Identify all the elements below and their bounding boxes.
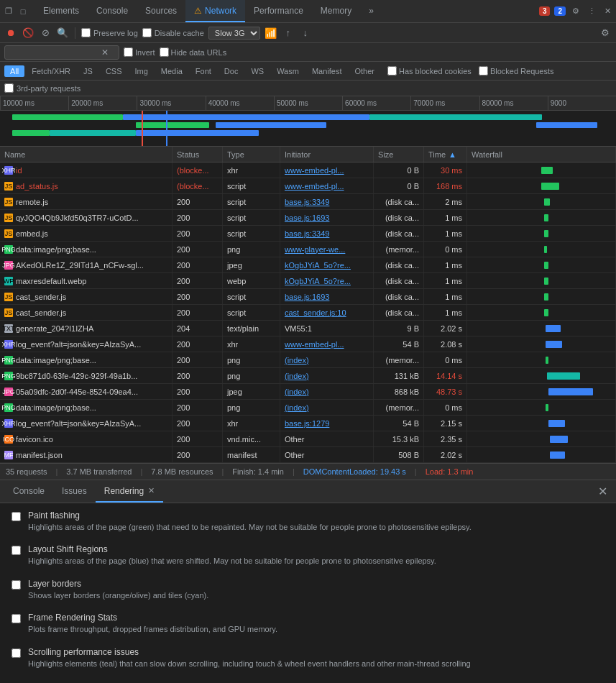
invert-label[interactable]: Invert — [124, 47, 155, 57]
th-status[interactable]: Status — [173, 147, 223, 162]
table-row[interactable]: PNG data:image/png;base... 200 png (inde… — [0, 352, 616, 368]
layout-shift-regions-checkbox[interactable] — [12, 546, 21, 555]
table-row[interactable]: JS qyJQO4Qb9Jkfd50q3TR7-uCotD... 200 scr… — [0, 210, 616, 226]
preserve-log-checkbox[interactable] — [81, 28, 91, 37]
table-row[interactable]: WP maxresdefault.webp 200 webp kOgbJYiA_… — [0, 273, 616, 289]
type-tab-fetch[interactable]: Fetch/XHR — [26, 65, 76, 77]
type-tab-doc[interactable]: Doc — [219, 65, 244, 77]
hide-data-label[interactable]: Hide data URLs — [160, 47, 227, 57]
table-row[interactable]: XHR log_event?alt=json&key=AIzaSyA... 20… — [0, 416, 616, 431]
invert-checkbox[interactable] — [124, 47, 133, 57]
type-tab-css[interactable]: CSS — [100, 65, 128, 77]
filter-clear-button[interactable]: ✕ — [101, 47, 109, 58]
panel-icon[interactable]: □ — [17, 6, 29, 17]
download-icon[interactable]: ↓ — [299, 27, 312, 40]
close-icon[interactable]: ✕ — [602, 6, 613, 17]
type-tab-media[interactable]: Media — [155, 65, 188, 77]
disable-cache-checkbox[interactable] — [142, 28, 152, 37]
tab-sources[interactable]: Sources — [137, 0, 185, 22]
upload-icon[interactable]: ↑ — [282, 27, 295, 40]
th-size[interactable]: Size — [374, 147, 424, 162]
wifi-icon[interactable]: 📶 — [265, 27, 277, 40]
table-row[interactable]: JS cast_sender.js 200 script base.js:169… — [0, 289, 616, 305]
tab-console[interactable]: Console — [88, 0, 137, 22]
bottom-tab-console[interactable]: Console — [4, 480, 53, 503]
td-time: 1 ms — [424, 210, 467, 225]
record-button[interactable]: ⏺ — [4, 27, 17, 40]
th-name[interactable]: Name — [0, 147, 173, 162]
table-row[interactable]: XHR log_event?alt=json&key=AIzaSyA... 20… — [0, 336, 616, 352]
table-row[interactable]: XHR id (blocke... xhr www-embed-pl... 0 … — [0, 162, 616, 178]
blocked-requests-label[interactable]: Blocked Requests — [479, 66, 554, 75]
throttle-select[interactable]: Slow 3G — [208, 27, 260, 40]
third-party-checkbox[interactable] — [4, 83, 14, 93]
rendering-close-button[interactable]: ✕ — [148, 486, 155, 495]
table-row[interactable]: JPG AKedOLRe1Z_29ITd1A_nCFw-sgl... 200 j… — [0, 257, 616, 273]
table-row[interactable]: PNG data:image/png;base... 200 png www-p… — [0, 242, 616, 257]
settings-icon[interactable]: ⚙ — [570, 6, 581, 17]
td-type: png — [223, 352, 280, 367]
paint-flashing-checkbox[interactable] — [12, 512, 21, 521]
more-options-icon[interactable]: ⋮ — [586, 6, 597, 17]
filter-icon[interactable]: ⊘ — [39, 27, 52, 40]
tab-more[interactable]: » — [360, 0, 382, 22]
td-waterfall — [467, 257, 616, 272]
type-tab-all[interactable]: All — [4, 65, 24, 77]
tab-performance[interactable]: Performance — [245, 0, 312, 22]
type-tabs: All Fetch/XHR JS CSS Img Media Font Doc … — [0, 62, 616, 81]
type-tab-other[interactable]: Other — [349, 65, 380, 77]
bottom-tab-rendering[interactable]: Rendering ✕ — [96, 480, 163, 503]
frame-rendering-stats-checkbox[interactable] — [12, 614, 21, 623]
tab-elements[interactable]: Elements — [35, 0, 88, 22]
type-tab-img[interactable]: Img — [129, 65, 154, 77]
clear-button[interactable]: 🚫 — [22, 27, 35, 40]
preserve-log-label[interactable]: Preserve log — [81, 28, 138, 37]
type-tab-manifest[interactable]: Manifest — [306, 65, 348, 77]
type-tab-font[interactable]: Font — [190, 65, 217, 77]
type-tab-wasm[interactable]: Wasm — [271, 65, 305, 77]
type-tab-js[interactable]: JS — [78, 65, 98, 77]
table-row[interactable]: PNG data:image/png;base... 200 png (inde… — [0, 400, 616, 416]
table-row[interactable]: PNG 9bc871d0-63fe-429c-929f-49a1b... 200… — [0, 368, 616, 384]
search-button[interactable]: 🔍 — [56, 27, 69, 40]
timeline-ruler: 10000 ms 20000 ms 30000 ms 40000 ms 5000… — [0, 96, 616, 111]
bottom-tab-issues[interactable]: Issues — [53, 480, 96, 503]
table-row[interactable]: JPG 05a09dfc-2d0f-445e-8524-09ea4... 200… — [0, 384, 616, 400]
td-status: 200 — [173, 384, 223, 399]
td-name: PNG 9bc871d0-63fe-429c-929f-49a1b... — [0, 368, 173, 383]
td-type: script — [223, 226, 280, 241]
blocked-requests-checkbox[interactable] — [479, 66, 488, 75]
filter-input[interactable] — [8, 48, 101, 57]
th-initiator[interactable]: Initiator — [280, 147, 374, 162]
network-settings-icon[interactable]: ⚙ — [599, 27, 612, 40]
bottom-panel-close[interactable]: ✕ — [594, 485, 612, 498]
has-blocked-cookies-label[interactable]: Has blocked cookies — [387, 66, 472, 75]
table-row[interactable]: MF manifest.json 200 manifest Other 508 … — [0, 447, 616, 463]
table-row[interactable]: JS embed.js 200 script base.js:3349 (dis… — [0, 226, 616, 242]
disable-cache-label[interactable]: Disable cache — [142, 28, 204, 37]
td-waterfall — [467, 416, 616, 431]
td-type: script — [223, 210, 280, 225]
td-time: 1 ms — [424, 226, 467, 241]
table-row[interactable]: JS ad_status.js (blocke... script www-em… — [0, 178, 616, 194]
dock-icon[interactable]: ❐ — [3, 6, 14, 17]
td-size: 508 B — [374, 447, 424, 462]
hide-data-checkbox[interactable] — [160, 47, 169, 57]
table-row[interactable]: ICO favicon.ico 200 vnd.mic... Other 15.… — [0, 431, 616, 447]
has-blocked-cookies-checkbox[interactable] — [387, 66, 397, 75]
td-waterfall — [467, 162, 616, 178]
th-type[interactable]: Type — [223, 147, 280, 162]
layer-borders-checkbox[interactable] — [12, 580, 21, 590]
table-row[interactable]: JS cast_sender.js 200 script cast_sender… — [0, 305, 616, 321]
bottom-tabs: Console Issues Rendering ✕ ✕ — [0, 480, 616, 503]
th-time[interactable]: Time ▲ — [424, 147, 467, 162]
scrolling-performance-checkbox[interactable] — [12, 648, 21, 658]
tab-network[interactable]: ⚠ Network — [185, 0, 245, 22]
type-tab-ws[interactable]: WS — [245, 65, 270, 77]
row-type-icon: ICO — [4, 435, 13, 444]
table-row[interactable]: JS remote.js 200 script base.js:3349 (di… — [0, 194, 616, 210]
tab-memory[interactable]: Memory — [312, 0, 360, 22]
th-waterfall[interactable]: Waterfall — [467, 147, 616, 162]
table-row[interactable]: TXT generate_204?I1IZHA 204 text/plain V… — [0, 321, 616, 336]
row-type-icon: JS — [4, 308, 13, 317]
